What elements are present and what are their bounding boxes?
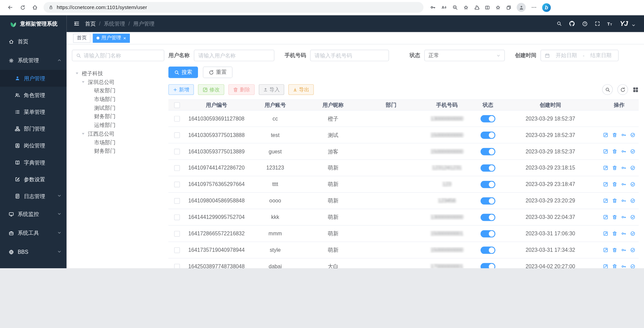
sidebar-item-param-settings[interactable]: 参数设置 [0,171,66,188]
reset-password-icon[interactable] [621,215,627,220]
row-checkbox[interactable] [168,231,186,236]
delete-icon[interactable] [612,182,617,187]
status-toggle[interactable] [481,263,495,268]
browser-home-button[interactable] [29,2,41,13]
reset-button[interactable]: 重置 [203,66,233,78]
reset-password-icon[interactable] [621,165,627,171]
export-button[interactable]: 导出 [288,84,314,95]
phone-input[interactable] [310,50,389,61]
sidebar-item-dept-mgmt[interactable]: 部门管理 [0,121,66,137]
sidebar-item-system-monitor[interactable]: 系统监控 [0,205,66,224]
edit-button[interactable]: 修改 [198,84,224,95]
browser-refresh-button[interactable] [16,2,29,13]
edit-icon[interactable] [603,264,608,268]
tree-node[interactable]: 市场部门 [72,138,164,147]
sidebar-item-menu-mgmt[interactable]: 菜单管理 [0,103,66,120]
tree-node[interactable]: 财务部门 [72,112,164,121]
toggle-search-button[interactable] [602,84,613,95]
assign-role-icon[interactable] [630,215,635,220]
sidebar-item-system-mgmt[interactable]: 系统管理 [0,51,66,70]
sidebar-item-home[interactable]: 首页 [0,32,66,51]
sidebar-item-system-tools[interactable]: 系统工具 [0,224,66,242]
status-select[interactable]: 正常 [424,50,505,61]
zoom-icon[interactable] [452,4,458,10]
row-checkbox[interactable] [168,198,186,203]
row-checkbox[interactable] [168,116,186,122]
status-toggle[interactable] [481,164,495,172]
font-size-icon[interactable]: TT [607,21,613,27]
row-checkbox[interactable] [168,247,186,253]
date-range-picker[interactable]: 开始日期 - 结束日期 [541,50,619,61]
username-input[interactable] [194,50,275,61]
delete-button[interactable]: 删除 [228,84,254,95]
delete-icon[interactable] [612,231,617,236]
reset-password-icon[interactable] [621,149,627,154]
assign-role-icon[interactable] [630,165,635,171]
assign-role-icon[interactable] [630,149,635,154]
tree-expand-icon[interactable] [81,80,86,84]
tab-home[interactable]: 首页 [73,34,90,43]
reset-password-icon[interactable] [621,231,627,236]
browser-back-button[interactable] [4,2,16,13]
sidebar-item-role-mgmt[interactable]: 角色管理 [0,87,66,103]
favorites-icon[interactable] [495,5,501,10]
assign-role-icon[interactable] [630,182,635,187]
read-aloud-icon[interactable]: A [441,4,447,10]
extensions-icon[interactable] [474,5,479,10]
github-icon[interactable] [569,20,575,27]
refresh-table-button[interactable] [617,84,628,95]
tree-node[interactable]: 运维部门 [72,121,164,130]
sidebar-item-user-mgmt[interactable]: 用户管理 [0,70,66,87]
tree-node[interactable]: 测试部门 [72,103,164,112]
chevron-down-icon[interactable] [631,23,636,28]
status-toggle[interactable] [481,148,495,155]
assign-role-icon[interactable] [630,198,635,203]
edit-icon[interactable] [603,149,608,154]
assign-role-icon[interactable] [630,264,635,268]
reset-password-icon[interactable] [621,182,627,187]
edit-icon[interactable] [603,231,608,236]
row-checkbox[interactable] [168,132,186,138]
delete-icon[interactable] [612,149,617,154]
edit-icon[interactable] [603,165,608,171]
collapse-sidebar-icon[interactable] [73,20,80,27]
tree-expand-icon[interactable] [75,72,80,75]
delete-icon[interactable] [612,264,617,268]
edit-icon[interactable] [603,182,608,187]
edit-icon[interactable] [603,198,608,203]
edit-icon[interactable] [603,247,608,253]
bing-icon[interactable]: b [542,3,551,12]
status-toggle[interactable] [481,197,495,204]
assign-role-icon[interactable] [630,132,635,138]
status-toggle[interactable] [481,214,495,221]
delete-icon[interactable] [612,215,617,220]
sidebar-item-bbs[interactable]: BBS [0,242,66,261]
assign-role-icon[interactable] [630,247,635,253]
reset-password-icon[interactable] [621,247,627,253]
status-toggle[interactable] [481,115,495,122]
row-checkbox[interactable] [168,264,186,268]
assign-role-icon[interactable] [630,231,635,236]
select-all-checkbox[interactable] [168,102,186,108]
delete-icon[interactable] [612,165,617,171]
search-button[interactable]: 搜索 [168,66,198,78]
row-checkbox[interactable] [168,148,186,154]
tree-node[interactable]: 市场部门 [72,95,164,104]
delete-icon[interactable] [612,198,617,203]
sidebar-item-dict-mgmt[interactable]: 字典管理 [0,154,66,171]
breadcrumb-item[interactable]: 首页 [85,20,96,27]
tree-node[interactable]: 财务部门 [72,147,164,155]
add-favorite-icon[interactable] [463,5,469,10]
edit-icon[interactable] [603,132,608,138]
add-button[interactable]: 新增 [168,84,194,95]
row-checkbox[interactable] [168,165,186,171]
tree-node[interactable]: 江西总公司 [72,130,164,138]
import-button[interactable]: 导入 [259,84,284,95]
password-key-icon[interactable] [430,4,436,10]
help-icon[interactable]: ? [582,21,588,27]
address-bar[interactable]: https://ccnetcore.com:1101/system/user [44,2,424,13]
fullscreen-icon[interactable] [595,21,600,26]
reset-password-icon[interactable] [621,264,627,268]
sidebar-item-post-mgmt[interactable]: 岗位管理 [0,137,66,154]
browser-profile-avatar[interactable] [517,3,526,12]
